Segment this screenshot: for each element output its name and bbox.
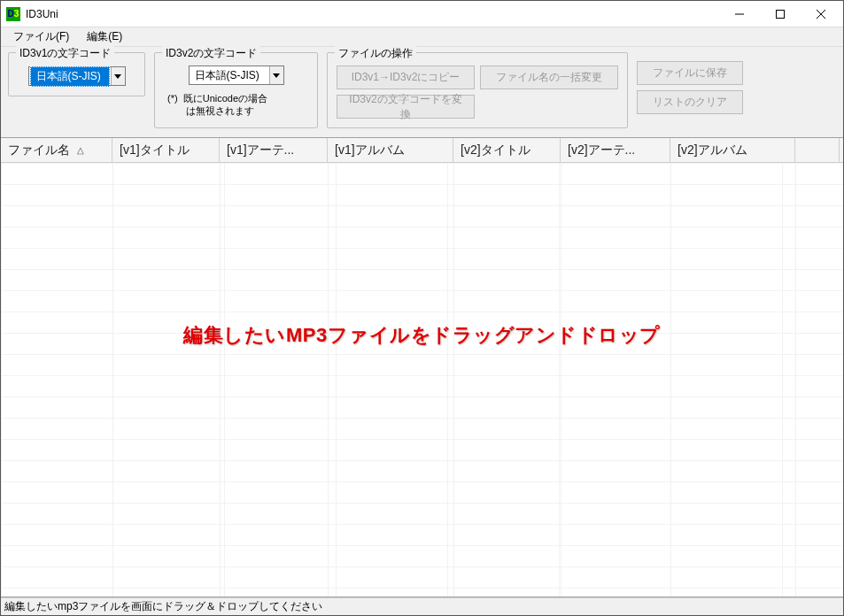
- group-id3v2-legend: ID3v2の文字コード: [162, 46, 260, 61]
- maximize-button[interactable]: [760, 2, 801, 27]
- group-fileops-legend: ファイルの操作: [335, 46, 416, 61]
- svg-rect-1: [777, 10, 785, 18]
- col-extra[interactable]: [795, 138, 840, 162]
- save-to-file-button[interactable]: ファイルに保存: [637, 61, 743, 85]
- group-id3v1-legend: ID3v1の文字コード: [16, 46, 114, 61]
- chevron-down-icon: [111, 67, 125, 85]
- drop-hint-overlay: 編集したいMP3ファイルをドラッグアンドドロップ: [1, 322, 843, 349]
- col-v2-album[interactable]: [v2]アルバム: [670, 138, 795, 162]
- right-button-group: ファイルに保存 リストのクリア: [637, 52, 743, 114]
- window-title: ID3Uni: [26, 8, 719, 20]
- col-v1-title[interactable]: [v1]タイトル: [112, 138, 220, 162]
- file-list-table[interactable]: ファイル名 △ [v1]タイトル [v1]アーテ... [v1]アルバム [v2…: [1, 137, 843, 597]
- col-v2-artist[interactable]: [v2]アーテ...: [561, 138, 670, 162]
- col-v2-title[interactable]: [v2]タイトル: [453, 138, 561, 162]
- id3v2-encoding-value: 日本語(S-JIS): [190, 66, 269, 85]
- convert-encoding-button[interactable]: ID3v2の文字コードを変換: [337, 95, 475, 119]
- statusbar: 編集したいmp3ファイルを画面にドラッグ＆ドロップしてください: [1, 597, 843, 615]
- id3v1-encoding-combo[interactable]: 日本語(S-JIS): [28, 66, 126, 86]
- group-id3v2-encoding: ID3v2の文字コード 日本語(S-JIS) (*) 既にUnicodeの場合 …: [154, 52, 318, 128]
- toolbar-area: ID3v1の文字コード 日本語(S-JIS) ID3v2の文字コード 日本語(S…: [1, 47, 843, 137]
- col-filename-label: ファイル名: [8, 142, 70, 158]
- col-filename[interactable]: ファイル名 △: [1, 138, 112, 162]
- app-icon: D3: [6, 7, 20, 21]
- batch-rename-button[interactable]: ファイル名の一括変更: [480, 65, 618, 89]
- group-file-operations: ファイルの操作 ID3v1→ID3v2にコピー ファイル名の一括変更 ID3v2…: [327, 52, 628, 128]
- sort-asc-icon: △: [77, 145, 84, 155]
- col-v1-artist[interactable]: [v1]アーテ...: [220, 138, 328, 162]
- window-controls: [719, 2, 841, 27]
- close-button[interactable]: [801, 2, 841, 27]
- col-v1-album[interactable]: [v1]アルバム: [328, 138, 453, 162]
- group-id3v1-encoding: ID3v1の文字コード 日本語(S-JIS): [8, 52, 145, 96]
- minimize-button[interactable]: [719, 2, 760, 27]
- copy-v1-to-v2-button[interactable]: ID3v1→ID3v2にコピー: [337, 65, 475, 89]
- id3v1-encoding-value: 日本語(S-JIS): [30, 66, 110, 87]
- status-text: 編集したいmp3ファイルを画面にドラッグ＆ドロップしてください: [4, 599, 322, 614]
- chevron-down-icon: [269, 66, 283, 84]
- table-header: ファイル名 △ [v1]タイトル [v1]アーテ... [v1]アルバム [v2…: [1, 138, 843, 163]
- menu-edit[interactable]: 編集(E): [78, 27, 131, 47]
- table-body[interactable]: 編集したいMP3ファイルをドラッグアンドドロップ: [1, 163, 843, 597]
- id3v2-note: (*) 既にUnicodeの場合 は無視されます: [164, 92, 308, 118]
- menu-file[interactable]: ファイル(F): [4, 27, 78, 47]
- titlebar: D3 ID3Uni: [1, 1, 843, 27]
- id3v2-encoding-combo[interactable]: 日本語(S-JIS): [189, 65, 284, 85]
- clear-list-button[interactable]: リストのクリア: [637, 90, 743, 114]
- menubar: ファイル(F) 編集(E): [1, 27, 843, 47]
